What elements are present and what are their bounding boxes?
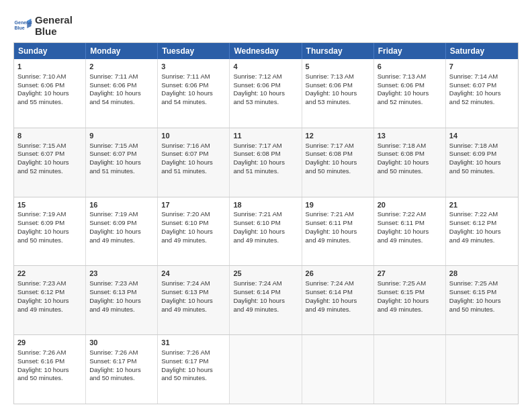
daylight-label: Daylight: 10 hours (233, 158, 285, 166)
sunrise-label: Sunrise: 7:11 AM (161, 73, 210, 80)
sunset-label: Sunset: 6:15 PM (449, 288, 496, 295)
calendar: SundayMondayTuesdayWednesdayThursdayFrid… (13, 42, 519, 404)
cal-cell: 28Sunrise: 7:25 AMSunset: 6:15 PMDayligh… (446, 266, 518, 334)
sunrise-label: Sunrise: 7:25 AM (449, 279, 498, 287)
calendar-header: SundayMondayTuesdayWednesdayThursdayFrid… (14, 43, 518, 59)
day-number: 28 (449, 269, 515, 279)
cal-cell-empty (374, 335, 446, 404)
sunset-label: Sunset: 6:12 PM (17, 288, 64, 295)
day-number: 2 (89, 62, 154, 72)
day-number: 6 (378, 62, 442, 72)
sunrise-label: Sunrise: 7:18 AM (449, 142, 498, 149)
cal-cell: 5Sunrise: 7:13 AMSunset: 6:06 PMDaylight… (302, 59, 374, 128)
cal-cell-empty (230, 335, 302, 404)
daylight-minutes: and 50 minutes. (378, 167, 423, 175)
cal-week-2: 8Sunrise: 7:15 AMSunset: 6:07 PMDaylight… (14, 128, 518, 197)
day-number: 21 (449, 200, 515, 210)
sunset-label: Sunset: 6:06 PM (233, 81, 280, 89)
day-number: 14 (449, 131, 515, 141)
daylight-minutes: and 50 minutes. (17, 374, 63, 381)
cal-cell-empty (302, 335, 374, 404)
daylight-label: Daylight: 10 hours (89, 89, 141, 97)
sunrise-label: Sunrise: 7:18 AM (378, 142, 426, 149)
daylight-label: Daylight: 10 hours (161, 158, 213, 166)
cal-cell: 31Sunrise: 7:26 AMSunset: 6:17 PMDayligh… (158, 335, 230, 404)
cal-header-monday: Monday (86, 43, 158, 59)
daylight-minutes: and 49 minutes. (233, 306, 279, 313)
sunset-label: Sunset: 6:06 PM (161, 81, 208, 89)
daylight-minutes: and 49 minutes. (89, 236, 135, 244)
sunrise-label: Sunrise: 7:23 AM (89, 279, 138, 287)
sunset-label: Sunset: 6:07 PM (161, 150, 208, 157)
sunset-label: Sunset: 6:14 PM (233, 288, 280, 295)
cal-week-3: 15Sunrise: 7:19 AMSunset: 6:09 PMDayligh… (14, 197, 518, 267)
sunrise-label: Sunrise: 7:11 AM (89, 73, 138, 80)
day-number: 3 (161, 62, 226, 72)
daylight-label: Daylight: 10 hours (233, 297, 285, 304)
day-number: 31 (161, 338, 226, 348)
cal-week-5: 29Sunrise: 7:26 AMSunset: 6:16 PMDayligh… (14, 335, 518, 404)
sunset-label: Sunset: 6:13 PM (89, 288, 136, 295)
sunset-label: Sunset: 6:09 PM (89, 219, 136, 226)
sunrise-label: Sunrise: 7:13 AM (378, 73, 426, 80)
sunset-label: Sunset: 6:11 PM (306, 219, 353, 226)
sunset-label: Sunset: 6:08 PM (233, 150, 280, 157)
daylight-minutes: and 53 minutes. (233, 98, 279, 105)
cal-cell: 29Sunrise: 7:26 AMSunset: 6:16 PMDayligh… (14, 335, 86, 404)
day-number: 15 (17, 200, 82, 210)
daylight-minutes: and 49 minutes. (89, 306, 135, 313)
cal-cell: 17Sunrise: 7:20 AMSunset: 6:10 PMDayligh… (158, 197, 230, 266)
sunrise-label: Sunrise: 7:22 AM (378, 210, 426, 218)
sunrise-label: Sunrise: 7:24 AM (161, 279, 210, 287)
daylight-label: Daylight: 10 hours (449, 158, 501, 166)
cal-cell: 13Sunrise: 7:18 AMSunset: 6:08 PMDayligh… (374, 128, 446, 197)
daylight-label: Daylight: 10 hours (449, 89, 501, 97)
cal-header-wednesday: Wednesday (230, 43, 302, 59)
daylight-minutes: and 49 minutes. (449, 236, 495, 244)
sunrise-label: Sunrise: 7:22 AM (449, 210, 498, 218)
sunrise-label: Sunrise: 7:12 AM (233, 73, 281, 80)
cal-header-friday: Friday (374, 43, 446, 59)
cal-cell: 6Sunrise: 7:13 AMSunset: 6:06 PMDaylight… (374, 59, 446, 128)
sunrise-label: Sunrise: 7:20 AM (161, 210, 210, 218)
sunrise-label: Sunrise: 7:26 AM (161, 349, 210, 356)
daylight-minutes: and 54 minutes. (161, 98, 207, 105)
sunrise-label: Sunrise: 7:19 AM (89, 210, 138, 218)
cal-week-1: 1Sunrise: 7:10 AMSunset: 6:06 PMDaylight… (14, 59, 518, 128)
cal-cell: 19Sunrise: 7:21 AMSunset: 6:11 PMDayligh… (302, 197, 374, 266)
sunset-label: Sunset: 6:08 PM (306, 150, 353, 157)
day-number: 5 (306, 62, 370, 72)
day-number: 19 (306, 200, 370, 210)
sunset-label: Sunset: 6:11 PM (378, 219, 425, 226)
day-number: 10 (161, 131, 226, 141)
sunrise-label: Sunrise: 7:26 AM (89, 349, 138, 356)
daylight-label: Daylight: 10 hours (378, 228, 429, 235)
day-number: 27 (378, 269, 442, 279)
day-number: 26 (306, 269, 370, 279)
sunset-label: Sunset: 6:07 PM (449, 81, 496, 89)
daylight-label: Daylight: 10 hours (449, 228, 501, 235)
day-number: 11 (233, 131, 298, 141)
cal-cell: 22Sunrise: 7:23 AMSunset: 6:12 PMDayligh… (14, 266, 86, 334)
cal-cell: 24Sunrise: 7:24 AMSunset: 6:13 PMDayligh… (158, 266, 230, 334)
cal-cell: 21Sunrise: 7:22 AMSunset: 6:12 PMDayligh… (446, 197, 518, 266)
cal-cell: 18Sunrise: 7:21 AMSunset: 6:10 PMDayligh… (230, 197, 302, 266)
daylight-minutes: and 50 minutes. (449, 306, 495, 313)
sunset-label: Sunset: 6:06 PM (17, 81, 64, 89)
sunrise-label: Sunrise: 7:19 AM (17, 210, 66, 218)
sunset-label: Sunset: 6:10 PM (161, 219, 208, 226)
cal-cell: 15Sunrise: 7:19 AMSunset: 6:09 PMDayligh… (14, 197, 86, 266)
day-number: 9 (89, 131, 154, 141)
cal-header-sunday: Sunday (14, 43, 86, 59)
sunset-label: Sunset: 6:17 PM (89, 357, 136, 365)
daylight-minutes: and 50 minutes. (306, 167, 351, 175)
sunrise-label: Sunrise: 7:21 AM (306, 210, 354, 218)
sunrise-label: Sunrise: 7:14 AM (449, 73, 498, 80)
daylight-minutes: and 50 minutes. (449, 167, 495, 175)
daylight-label: Daylight: 10 hours (17, 158, 69, 166)
cal-week-4: 22Sunrise: 7:23 AMSunset: 6:12 PMDayligh… (14, 266, 518, 335)
page: General Blue General Blue SundayMondayTu… (0, 0, 532, 411)
day-number: 7 (449, 62, 515, 72)
day-number: 12 (306, 131, 370, 141)
sunset-label: Sunset: 6:06 PM (306, 81, 353, 89)
